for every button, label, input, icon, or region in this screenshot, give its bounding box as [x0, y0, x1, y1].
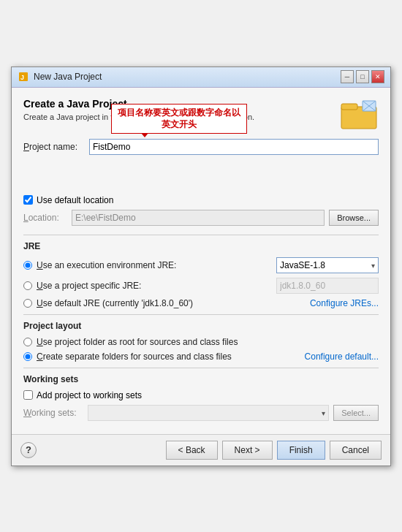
layout-root-label: Use project folder as root for sources a…: [37, 337, 379, 347]
jre-env-dropdown-wrapper: JavaSE-1.8 JavaSE-1.7 JavaSE-1.6: [276, 257, 379, 273]
add-working-sets-label[interactable]: Add project to working sets: [37, 390, 142, 400]
minimize-button[interactable]: ─: [341, 70, 354, 83]
dialog-content: Create a Java Project Create a Java proj…: [12, 88, 390, 434]
back-button[interactable]: < Back: [166, 441, 218, 460]
use-default-location-checkbox[interactable]: [23, 195, 33, 205]
working-sets-input-row: Working sets: Select...: [23, 405, 379, 421]
location-input: [72, 210, 325, 226]
titlebar-left: J New Java Project: [18, 71, 102, 83]
footer-left: ?: [20, 442, 37, 458]
working-sets-dropdown-wrapper: [88, 405, 329, 421]
layout-root-row: Use project folder as root for sources a…: [23, 337, 379, 347]
project-name-label: Project name:: [23, 142, 89, 152]
titlebar-controls: ─ □ ✕: [341, 70, 384, 83]
jre-specific-select: jdk1.8.0_60: [276, 278, 379, 294]
configure-default-link[interactable]: Configure default...: [305, 352, 379, 362]
add-working-sets-row: Add project to working sets: [23, 390, 379, 400]
use-default-location-label[interactable]: Use default location: [37, 195, 113, 205]
svg-rect-3: [341, 104, 357, 110]
working-sets-select-button: Select...: [333, 405, 379, 421]
layout-divider: [23, 314, 379, 315]
browse-button[interactable]: Browse...: [329, 210, 379, 226]
jre-env-label: Use an execution environment JRE:: [37, 260, 272, 270]
jre-env-select[interactable]: JavaSE-1.8 JavaSE-1.7 JavaSE-1.6: [276, 257, 379, 273]
jre-divider: [23, 235, 379, 235]
jre-default-radio[interactable]: [23, 299, 32, 308]
jre-specific-label: Use a project specific JRE:: [37, 281, 272, 291]
jre-env-radio[interactable]: [23, 261, 32, 270]
new-java-project-dialog: J New Java Project ─ □ ✕ Create a Java P…: [11, 66, 391, 466]
layout-separate-row: Create separate folders for sources and …: [23, 352, 379, 362]
working-sets-title: Working sets: [23, 374, 379, 384]
working-sets-divider: [23, 368, 379, 368]
jre-section-title: JRE: [23, 241, 379, 251]
location-row: Location: Browse...: [23, 210, 379, 226]
next-button[interactable]: Next >: [222, 441, 273, 460]
project-layout-title: Project layout: [23, 321, 379, 331]
cancel-button[interactable]: Cancel: [330, 441, 382, 460]
svg-text:J: J: [20, 74, 24, 81]
add-working-sets-checkbox[interactable]: [23, 390, 33, 400]
layout-root-radio[interactable]: [23, 338, 32, 346]
java-icon: J: [18, 71, 29, 83]
window-title: New Java Project: [34, 72, 102, 82]
jre-default-label: Use default JRE (currently 'jdk1.8.0_60'…: [37, 298, 306, 308]
working-sets-select: [88, 405, 329, 421]
layout-separate-radio[interactable]: [23, 352, 32, 361]
help-button[interactable]: ?: [20, 442, 37, 458]
configure-jres-link[interactable]: Configure JREs...: [310, 298, 379, 308]
footer: ? < Back Next > Finish Cancel: [12, 434, 390, 466]
titlebar: J New Java Project ─ □ ✕: [12, 67, 390, 88]
jre-env-row: Use an execution environment JRE: JavaSE…: [23, 257, 379, 273]
footer-buttons: < Back Next > Finish Cancel: [166, 441, 382, 460]
jre-specific-row: Use a project specific JRE: jdk1.8.0_60: [23, 278, 379, 294]
jre-specific-radio[interactable]: [23, 281, 32, 290]
annotation-bubble: 项目名称要英文或跟数字命名以 英文开头: [111, 104, 247, 134]
folder-icon: [341, 98, 379, 130]
working-sets-label: Working sets:: [23, 408, 83, 418]
location-label: Location:: [23, 213, 67, 223]
jre-default-row: Use default JRE (currently 'jdk1.8.0_60'…: [23, 298, 379, 308]
finish-button[interactable]: Finish: [277, 441, 325, 460]
project-name-input[interactable]: [89, 139, 379, 155]
close-button[interactable]: ✕: [371, 70, 384, 83]
use-default-location-row: Use default location: [23, 195, 379, 205]
project-name-row: Project name: 项目名称要英文或跟数字命名以 英文开头: [23, 139, 379, 155]
layout-separate-label: Create separate folders for sources and …: [37, 352, 300, 362]
maximize-button[interactable]: □: [356, 70, 369, 83]
